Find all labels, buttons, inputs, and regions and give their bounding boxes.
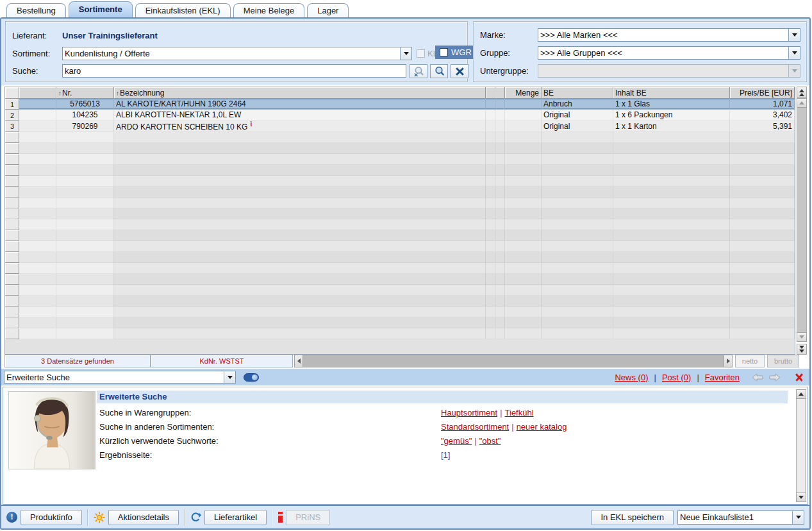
marke-combobox[interactable]: [538, 28, 800, 42]
empty-table-row: [5, 219, 795, 230]
result-page-link[interactable]: [1]: [441, 450, 450, 460]
close-panel-icon[interactable]: [795, 373, 803, 381]
header-bezeichnung[interactable]: ↑Bezeichnung: [114, 87, 486, 99]
brutto-button[interactable]: brutto: [767, 355, 799, 367]
scroll-down-button[interactable]: [797, 332, 807, 342]
standardsortiment-link[interactable]: Standardsortiment: [441, 422, 509, 432]
vertical-scroll-track[interactable]: [796, 399, 806, 493]
recent-search-link[interactable]: "obst": [479, 436, 501, 446]
tab-einkaufslisten[interactable]: Einkaufslisten (EKL): [135, 3, 231, 17]
post-link[interactable]: Post (0): [662, 373, 692, 382]
info-view-input[interactable]: [4, 371, 224, 383]
arrow-up-icon: [799, 392, 804, 396]
tab-lager[interactable]: Lager: [307, 3, 349, 17]
einkaufsliste-dropdown-button[interactable]: [792, 511, 804, 524]
info-marker-icon[interactable]: i: [250, 121, 252, 128]
netto-button[interactable]: netto: [735, 355, 765, 367]
separator: |: [500, 408, 502, 417]
row-gutter-cell: [5, 317, 19, 328]
sortiment-combobox[interactable]: [62, 47, 412, 60]
info-view-dropdown-button[interactable]: [224, 371, 235, 383]
search-options-button[interactable]: [410, 64, 427, 78]
scroll-up-button[interactable]: [797, 98, 807, 108]
header-preis[interactable]: Preis/BE [EUR]: [730, 87, 795, 99]
einkaufsliste-input[interactable]: [678, 511, 792, 524]
favoriten-link[interactable]: Favoriten: [705, 373, 740, 382]
einkaufsliste-combobox[interactable]: [677, 510, 804, 525]
cell-nr: 5765013: [56, 99, 114, 110]
scroll-to-bottom-button[interactable]: [797, 344, 807, 355]
scroll-to-top-button[interactable]: [797, 87, 807, 98]
scroll-up-button[interactable]: [796, 389, 806, 399]
header-nr[interactable]: ↑Nr.: [56, 87, 114, 99]
row-gutter-cell[interactable]: 1: [5, 99, 19, 110]
refresh-icon[interactable]: [190, 512, 201, 523]
cell-menge: [505, 121, 542, 132]
arrow-down-icon: [799, 335, 804, 339]
gruppe-combobox[interactable]: [538, 46, 800, 60]
produktinfo-button[interactable]: Produktinfo: [21, 510, 82, 525]
row-gutter-cell: [5, 176, 19, 187]
empty-table-row: [5, 296, 795, 307]
tab-sortimente[interactable]: Sortimente: [69, 1, 133, 17]
table-row[interactable]: 1 5765013 AL KAROTE/KART/HUHN 190G 2464 …: [5, 99, 795, 110]
kl-checkbox[interactable]: [417, 49, 425, 58]
scroll-left-button[interactable]: [294, 355, 303, 367]
tiefkuehl-link[interactable]: Tiefkühl: [505, 408, 534, 417]
search-input[interactable]: [63, 65, 406, 77]
tab-bestellung[interactable]: Bestellung: [6, 3, 66, 17]
row-gutter-cell: [5, 328, 19, 339]
forward-arrow-icon[interactable]: [769, 373, 781, 382]
table-row[interactable]: 3 790269 ARDO KAROTTEN SCHEIBEN 10 KGi O…: [5, 121, 795, 132]
neuer-katalog-link[interactable]: neuer katalog: [517, 422, 567, 432]
row-label: Suche in anderen Sortimenten:: [99, 422, 214, 432]
toolbar-separator: [184, 509, 185, 526]
horizontal-scroll-track[interactable]: [303, 355, 724, 367]
sortiment-input[interactable]: [63, 47, 400, 60]
table-vertical-scrollbar: [797, 87, 807, 355]
vertical-scroll-track[interactable]: [797, 108, 807, 332]
scroll-down-button[interactable]: [796, 493, 806, 502]
category-groupbox: Marke: Gruppe: Untergruppe:: [473, 21, 807, 82]
news-link[interactable]: News (0): [615, 373, 648, 382]
info-view-combobox[interactable]: [4, 371, 236, 384]
gruppe-input[interactable]: [538, 47, 788, 59]
back-arrow-icon[interactable]: [752, 373, 763, 382]
sort-asc-icon: ↑: [116, 90, 119, 97]
double-up-icon: [799, 93, 804, 96]
row-gutter-cell[interactable]: 2: [5, 110, 19, 121]
lieferartikel-button[interactable]: Lieferartikel: [204, 510, 267, 525]
marke-label: Marke:: [480, 30, 506, 40]
in-ekl-speichern-button[interactable]: In EKL speichern: [591, 510, 674, 525]
gruppe-dropdown-button[interactable]: [788, 47, 800, 59]
row-label: Kürzlich verwendete Suchworte:: [99, 436, 219, 446]
table-row[interactable]: 2 104235 ALBI KAROTTEN-NEKTAR 1,0L EW Or…: [5, 110, 795, 121]
recent-search-link[interactable]: "gemüs": [441, 436, 472, 446]
aktionsdetails-button[interactable]: Aktionsdetails: [108, 510, 179, 525]
row-gutter-cell[interactable]: 3: [5, 121, 19, 132]
prins-info-icon: [278, 512, 283, 523]
header-be[interactable]: BE: [542, 87, 613, 99]
search-field[interactable]: [62, 64, 406, 78]
header-inhalt-be[interactable]: Inhalt BE: [613, 87, 730, 99]
cell-bezeichnung: AL KAROTE/KART/HUHN 190G 2464: [114, 99, 486, 110]
supplier-groupbox: Lieferant: Unser Trainingslieferant Sort…: [5, 21, 468, 82]
info-panel-toggle[interactable]: [244, 373, 259, 382]
empty-table-row: [5, 263, 795, 274]
info-selector-bar: News (0) | Post (0) | Favoriten: [1, 369, 809, 385]
empty-table-row: [5, 285, 795, 296]
sortiment-label: Sortiment:: [12, 49, 50, 58]
header-menge[interactable]: Menge: [505, 87, 542, 99]
hauptsortiment-link[interactable]: Hauptsortiment: [441, 408, 497, 417]
cell-preis: 3,402: [730, 110, 795, 121]
tab-meine-belege[interactable]: Meine Belege: [233, 3, 305, 17]
clear-search-button[interactable]: [451, 64, 468, 78]
wgr-checkbox[interactable]: [440, 48, 448, 56]
search-button[interactable]: [430, 64, 448, 78]
double-down-icon: [799, 346, 804, 349]
scroll-right-button[interactable]: [724, 355, 733, 367]
table-body: 1 5765013 AL KAROTE/KART/HUHN 190G 2464 …: [5, 99, 795, 339]
marke-dropdown-button[interactable]: [788, 29, 800, 41]
sortiment-dropdown-button[interactable]: [400, 47, 411, 60]
marke-input[interactable]: [538, 29, 788, 41]
